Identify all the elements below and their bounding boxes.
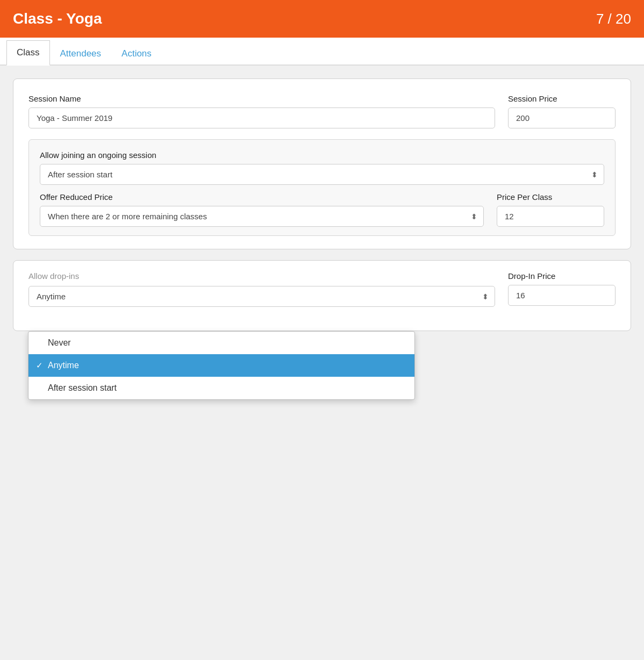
session-counter: 7 / 20 — [596, 11, 631, 27]
tab-bar: Class Attendees Actions — [0, 38, 644, 66]
allow-joining-group: Allow joining an ongoing session After s… — [40, 150, 604, 185]
session-price-group: Session Price — [508, 94, 616, 128]
dropdown-anytime-label: Anytime — [48, 361, 79, 370]
tab-actions[interactable]: Actions — [111, 41, 162, 66]
tab-class[interactable]: Class — [6, 40, 50, 66]
offer-reduced-row: Offer Reduced Price When there are 2 or … — [40, 192, 604, 227]
dropin-row: Allow drop-ins Anytime ⬍ Drop-In Price — [28, 271, 616, 307]
tab-attendees[interactable]: Attendees — [50, 41, 112, 66]
offer-reduced-group: Offer Reduced Price When there are 2 or … — [40, 192, 484, 227]
dropin-dropdown-menu: Never ✓ Anytime After session start — [28, 331, 415, 400]
dropdown-never-label: Never — [48, 338, 71, 347]
price-per-class-group: Price Per Class — [497, 192, 604, 227]
main-content: Session Name Session Price Allow joining… — [0, 66, 644, 660]
session-price-label: Session Price — [508, 94, 616, 103]
dropdown-option-never[interactable]: Never — [28, 332, 414, 354]
session-info-card: Session Name Session Price Allow joining… — [13, 78, 631, 249]
session-price-input[interactable] — [508, 107, 616, 128]
app-header: Class - Yoga 7 / 20 — [0, 0, 644, 38]
dropin-price-input[interactable] — [508, 285, 616, 306]
allow-joining-select[interactable]: After session start — [40, 164, 604, 185]
checkmark-icon: ✓ — [36, 361, 43, 370]
dropin-price-label: Drop-In Price — [508, 271, 616, 281]
offer-reduced-select[interactable]: When there are 2 or more remaining class… — [40, 206, 484, 227]
dropin-select[interactable]: Anytime — [28, 286, 495, 307]
price-per-class-input[interactable] — [497, 206, 604, 227]
page-title: Class - Yoga — [13, 10, 102, 27]
price-per-class-label: Price Per Class — [497, 192, 604, 202]
dropin-price-group: Drop-In Price — [508, 271, 616, 306]
dropdown-option-anytime[interactable]: ✓ Anytime — [28, 354, 414, 377]
session-name-group: Session Name — [28, 94, 495, 128]
allow-joining-card: Allow joining an ongoing session After s… — [28, 139, 616, 236]
allow-dropin-label: Allow drop-ins — [28, 271, 495, 281]
offer-reduced-label: Offer Reduced Price — [40, 192, 484, 202]
allow-joining-label: Allow joining an ongoing session — [40, 150, 604, 160]
dropdown-after-label: After session start — [48, 383, 117, 392]
allow-joining-select-wrapper: After session start ⬍ — [40, 164, 604, 185]
session-name-label: Session Name — [28, 94, 495, 103]
dropdown-option-after-session-start[interactable]: After session start — [28, 377, 414, 399]
offer-reduced-select-wrapper: When there are 2 or more remaining class… — [40, 206, 484, 227]
dropin-group: Allow drop-ins Anytime ⬍ — [28, 271, 495, 307]
session-name-input[interactable] — [28, 107, 495, 128]
dropin-card: Allow drop-ins Anytime ⬍ Drop-In Price — [13, 260, 631, 331]
dropin-select-wrapper: Anytime ⬍ — [28, 286, 495, 307]
